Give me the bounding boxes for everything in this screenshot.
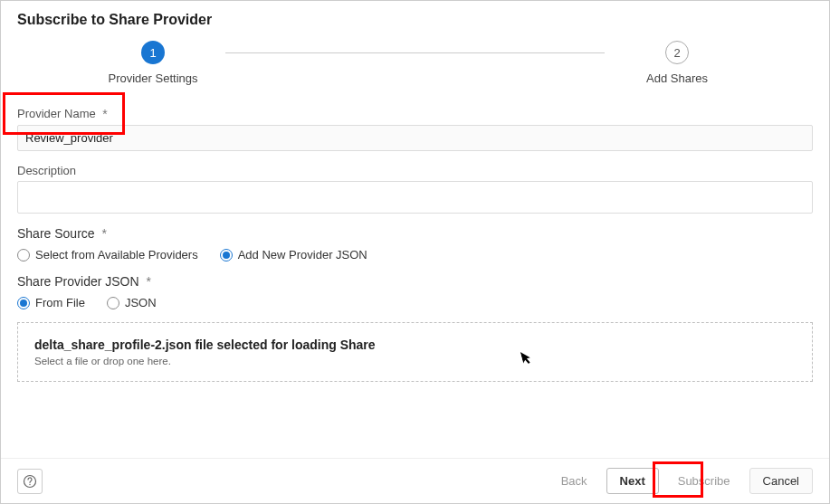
- step-1-circle: 1: [141, 41, 165, 64]
- provider-name-input[interactable]: [17, 125, 813, 151]
- share-provider-json-label: Share Provider JSON *: [17, 274, 813, 289]
- radio-add-new-json[interactable]: Add New Provider JSON: [220, 248, 367, 262]
- step-1-label: Provider Settings: [109, 71, 198, 85]
- required-indicator: *: [102, 226, 107, 241]
- wizard-stepper: 1 Provider Settings 2 Add Shares: [17, 41, 813, 85]
- step-add-shares[interactable]: 2 Add Shares: [605, 41, 749, 85]
- radio-label: Select from Available Providers: [35, 248, 198, 262]
- provider-name-group: Provider Name *: [17, 107, 813, 151]
- share-source-label: Share Source *: [17, 226, 813, 241]
- step-provider-settings[interactable]: 1 Provider Settings: [81, 41, 225, 85]
- file-dropzone[interactable]: delta_share_profile-2.json file selected…: [17, 322, 813, 382]
- radio-icon: [17, 249, 30, 262]
- required-indicator: *: [147, 274, 151, 289]
- description-label: Description: [17, 164, 813, 177]
- step-2-label: Add Shares: [646, 71, 708, 85]
- dropzone-hint: Select a file or drop one here.: [34, 356, 796, 366]
- next-button[interactable]: Next: [606, 468, 659, 494]
- description-input[interactable]: [17, 181, 813, 214]
- radio-select-available[interactable]: Select from Available Providers: [17, 248, 198, 262]
- description-group: Description: [17, 164, 813, 214]
- radio-json[interactable]: JSON: [107, 296, 157, 309]
- radio-icon: [107, 297, 119, 309]
- subscribe-button[interactable]: Subscribe: [664, 468, 744, 494]
- help-button[interactable]: [17, 469, 43, 494]
- cancel-button[interactable]: Cancel: [749, 468, 813, 494]
- share-provider-json-label-text: Share Provider JSON: [17, 274, 139, 289]
- svg-point-1: [29, 483, 30, 484]
- radio-label: JSON: [125, 296, 157, 309]
- step-connector: [225, 52, 605, 53]
- help-icon: [23, 474, 37, 489]
- radio-label: From File: [35, 296, 85, 309]
- required-indicator: *: [102, 107, 107, 121]
- share-json-radio-group: From File JSON: [17, 296, 813, 309]
- provider-name-label: Provider Name *: [17, 107, 813, 121]
- radio-label: Add New Provider JSON: [238, 248, 367, 262]
- radio-icon: [17, 297, 30, 309]
- provider-name-label-text: Provider Name: [17, 107, 96, 120]
- dialog-title: Subscribe to Share Provider: [17, 12, 813, 28]
- step-2-circle: 2: [665, 41, 689, 64]
- dropzone-selected-file: delta_share_profile-2.json file selected…: [34, 338, 796, 352]
- radio-from-file[interactable]: From File: [17, 296, 85, 309]
- share-source-radio-group: Select from Available Providers Add New …: [17, 248, 813, 262]
- radio-icon: [220, 249, 233, 262]
- share-source-label-text: Share Source: [17, 226, 95, 241]
- back-button[interactable]: Back: [548, 468, 601, 494]
- dialog-footer: Back Next Subscribe Cancel: [1, 458, 829, 503]
